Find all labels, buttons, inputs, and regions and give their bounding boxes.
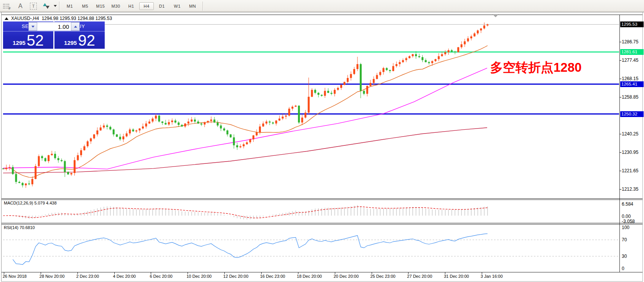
candle-body: [201, 124, 203, 125]
mt4-window: F A T M1M5M15M30H1H4D1W1MN: [0, 0, 644, 282]
candle-body: [412, 54, 414, 56]
candle-body: [408, 56, 410, 58]
rsi-axis-label: 30: [622, 254, 627, 259]
candle-body: [135, 130, 137, 132]
buy-price-big: 92: [78, 33, 95, 48]
time-tick-label: 20 Dec 20:00: [334, 274, 359, 279]
candle-body: [327, 91, 329, 93]
candle-body: [425, 60, 427, 62]
candle-body: [25, 183, 27, 185]
chart-shift-marker-icon[interactable]: [492, 14, 499, 17]
rsi-label: RSI(14) 70.6810: [4, 225, 35, 230]
buy-price[interactable]: 1295 92: [54, 32, 105, 49]
candle-body: [122, 136, 124, 139]
time-tick-label: 16 Dec 23:00: [260, 274, 285, 279]
rsi-plot[interactable]: [3, 234, 619, 264]
candle-body: [236, 145, 238, 147]
candle-body: [197, 122, 199, 124]
candle-body: [116, 134, 118, 137]
candle-body: [129, 129, 131, 133]
candle-body: [64, 161, 66, 172]
candle-body: [337, 88, 339, 90]
candle-body: [350, 74, 352, 78]
candle-body: [230, 134, 232, 137]
medium-ma-line[interactable]: [3, 68, 487, 169]
rsi-axis-label: 0: [622, 266, 624, 271]
chart-annotation-text: 多空转折点1280: [490, 59, 581, 76]
volume-increase-button[interactable]: [71, 22, 79, 31]
candle-body: [252, 135, 254, 139]
rsi-line: [13, 234, 488, 264]
macd-axis-label: -3.058: [622, 219, 635, 224]
sell-price[interactable]: 1295 52: [3, 32, 53, 49]
candle-body: [21, 183, 23, 185]
candle-body: [431, 61, 433, 63]
candle-body: [298, 106, 300, 122]
level-price-badge: 1265.41: [620, 81, 644, 87]
candle-body: [256, 132, 258, 135]
candle-body: [220, 125, 222, 129]
candle-body: [422, 57, 423, 60]
buy-price-small: 1295: [64, 40, 77, 46]
time-tick-label: 18 Dec 20:00: [297, 274, 322, 279]
macd-label: MACD(12,26,9) 5.079 4.438: [4, 201, 57, 205]
candle-body: [15, 174, 17, 182]
candle-body: [392, 66, 394, 71]
candle-body: [483, 25, 485, 28]
current-price-badge: 1295.53: [620, 21, 644, 27]
candle-body: [113, 129, 115, 134]
candle-body: [171, 120, 173, 122]
candle-body: [272, 122, 274, 124]
candle-body: [96, 130, 98, 134]
candle-body: [161, 122, 163, 123]
candle-body: [226, 130, 228, 134]
candle-body: [31, 179, 33, 184]
slow-ma-line[interactable]: [3, 128, 487, 173]
candle-body: [93, 134, 95, 138]
candle-body: [428, 62, 430, 63]
candle-body: [301, 117, 303, 122]
one-click-trading-panel: SELL 1295 52 BUY 1295 92 1.00: [3, 21, 105, 49]
fast-ma-line[interactable]: [3, 46, 488, 178]
candle-body: [467, 38, 469, 41]
candle-body: [77, 155, 79, 160]
candle-body: [74, 160, 76, 173]
time-tick-label: 6 Dec 20:00: [150, 274, 172, 279]
candle-body: [451, 50, 453, 52]
candle-body: [441, 54, 443, 56]
candle-body: [207, 121, 209, 122]
candle-body: [331, 93, 333, 94]
candle-body: [109, 127, 111, 130]
candle-body: [292, 107, 293, 109]
candle-body: [213, 120, 215, 123]
price-tick-label: 1286.75: [622, 39, 638, 45]
candle-body: [249, 139, 251, 142]
candle-body: [90, 139, 92, 142]
candle-body: [12, 167, 14, 174]
candle-body: [415, 54, 417, 56]
macd-plot[interactable]: [3, 205, 488, 219]
price-tick-mark: [619, 60, 621, 61]
candle-body: [158, 115, 160, 121]
time-tick-label: 10 Dec 20:00: [186, 274, 211, 279]
volume-input[interactable]: 1.00: [37, 22, 71, 31]
candle-body: [48, 155, 49, 161]
candle-body: [119, 137, 121, 139]
candle-body: [405, 58, 407, 60]
volume-decrease-button[interactable]: [29, 22, 37, 31]
candle-body: [5, 168, 7, 169]
macd-axis-label: 0.00: [622, 214, 631, 219]
candle-body: [444, 52, 446, 54]
candle-body: [464, 41, 466, 45]
candle-body: [275, 120, 277, 124]
candle-body: [477, 30, 479, 33]
candle-body: [288, 109, 290, 115]
candle-body: [366, 86, 368, 94]
time-tick-label: 2 Dec 23:00: [76, 274, 99, 279]
price-tick-mark: [619, 134, 621, 134]
time-tick-label: 27 Dec 20:00: [407, 274, 432, 279]
time-tick-label: 26 Nov 2018: [3, 274, 26, 279]
price-tick-label: 1258.85: [622, 94, 638, 100]
price-tick-mark: [619, 97, 621, 97]
candle-body: [178, 122, 180, 125]
